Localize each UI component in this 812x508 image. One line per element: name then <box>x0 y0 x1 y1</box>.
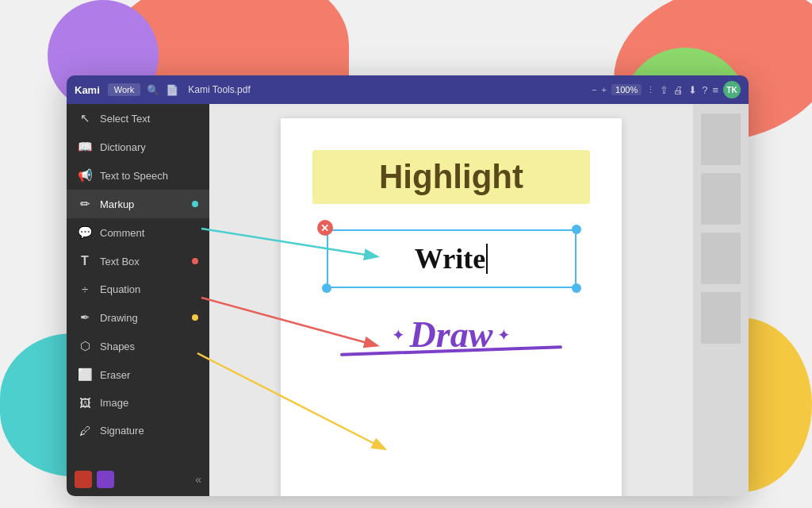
sidebar-item-equation[interactable]: ÷ Equation <box>67 275 209 303</box>
zoom-level: 100% <box>611 84 642 95</box>
zoom-controls: − + 100% ⋮ ⇧ 🖨 ⬇ ? ≡ TK <box>592 81 741 98</box>
sidebar-label-equation: Equation <box>100 283 140 295</box>
sidebar-label-select-text: Select Text <box>100 113 150 125</box>
thumbnail-2[interactable] <box>701 173 741 225</box>
sidebar-label-markup: Markup <box>100 198 134 210</box>
share-icon[interactable]: ⇧ <box>660 84 668 96</box>
sidebar-item-text-to-speech[interactable]: 📢 Text to Speech <box>67 161 209 190</box>
sidebar-item-signature[interactable]: 🖊 Signature <box>67 417 209 444</box>
thumbnail-1[interactable] <box>701 114 741 165</box>
app-logo: Kami <box>75 84 100 96</box>
text-box-icon: T <box>78 254 92 268</box>
shapes-icon: ⬡ <box>78 339 92 353</box>
print-icon[interactable]: 🖨 <box>673 84 684 96</box>
sidebar-item-shapes[interactable]: ⬡ Shapes <box>67 332 209 360</box>
sidebar-item-image[interactable]: 🖼 Image <box>67 389 209 417</box>
download-icon[interactable]: ⬇ <box>688 84 697 96</box>
sidebar-label-image: Image <box>100 397 128 409</box>
write-section: Write ✕ <box>327 229 576 288</box>
color-swatch-red[interactable] <box>75 471 92 488</box>
color-swatch-purple[interactable] <box>97 471 114 488</box>
markup-dot <box>192 201 198 207</box>
highlight-label: Highlight <box>379 158 523 195</box>
thumbnail-4[interactable] <box>701 292 741 344</box>
pdf-page: Highlight Write ✕ <box>281 118 622 496</box>
title-bar: Kami Work 🔍 📄 Kami Tools.pdf − + 100% ⋮ … <box>67 75 749 104</box>
file-icon[interactable]: 📄 <box>166 84 178 96</box>
sidebar-label-text-box: Text Box <box>100 256 140 267</box>
highlight-section: Highlight <box>312 150 590 204</box>
menu-icon[interactable]: ≡ <box>712 84 718 96</box>
zoom-out-button[interactable]: − <box>592 85 596 94</box>
dictionary-icon: 📖 <box>78 140 92 154</box>
drawing-icon: ✒ <box>78 310 92 325</box>
text-to-speech-icon: 📢 <box>78 168 92 183</box>
write-box[interactable]: Write <box>327 229 576 288</box>
app-body: ↖ Select Text 📖 Dictionary 📢 Text to Spe… <box>67 104 749 496</box>
equation-icon: ÷ <box>78 283 92 296</box>
sparkle-right: ✦ <box>497 325 511 344</box>
handle-top-right[interactable] <box>572 225 581 234</box>
user-avatar[interactable]: TK <box>723 81 741 98</box>
eraser-icon: ⬜ <box>78 368 92 382</box>
sidebar: ↖ Select Text 📖 Dictionary 📢 Text to Spe… <box>67 104 209 496</box>
textbox-dot <box>192 258 198 264</box>
filename: Kami Tools.pdf <box>188 84 251 95</box>
more-options-icon[interactable]: ⋮ <box>646 85 655 95</box>
signature-icon: 🖊 <box>78 424 92 437</box>
sidebar-item-text-box[interactable]: T Text Box <box>67 247 209 275</box>
text-cursor <box>486 244 488 274</box>
sidebar-label-signature: Signature <box>100 425 144 437</box>
drawing-dot <box>192 314 198 321</box>
sidebar-label-shapes: Shapes <box>100 341 135 352</box>
image-icon: 🖼 <box>78 396 92 410</box>
zoom-in-button[interactable]: + <box>602 85 607 94</box>
sidebar-item-markup[interactable]: ✏ Markup <box>67 190 209 218</box>
thumbnail-strip <box>693 104 749 496</box>
markup-icon: ✏ <box>78 197 92 211</box>
collapse-button[interactable]: « <box>195 473 201 486</box>
comment-icon: 💬 <box>78 225 92 240</box>
handle-bottom-right[interactable] <box>572 283 581 293</box>
sidebar-label-dictionary: Dictionary <box>100 141 146 153</box>
sidebar-label-eraser: Eraser <box>100 369 130 381</box>
sidebar-item-eraser[interactable]: ⬜ Eraser <box>67 360 209 389</box>
select-text-icon: ↖ <box>78 111 92 125</box>
sidebar-label-text-to-speech: Text to Speech <box>100 170 168 182</box>
write-label: Write <box>415 242 485 275</box>
help-icon[interactable]: ? <box>702 84 707 96</box>
sparkle-left: ✦ <box>392 325 405 344</box>
sidebar-label-comment: Comment <box>100 227 144 239</box>
sidebar-item-dictionary[interactable]: 📖 Dictionary <box>67 133 209 161</box>
sidebar-item-drawing[interactable]: ✒ Drawing <box>67 303 209 332</box>
handle-bottom-left[interactable] <box>322 283 331 293</box>
sidebar-label-drawing: Drawing <box>100 312 138 324</box>
main-content: Highlight Write ✕ <box>209 104 749 496</box>
pdf-area: Highlight Write ✕ <box>209 104 693 496</box>
thumbnail-3[interactable] <box>701 233 741 284</box>
sidebar-item-select-text[interactable]: ↖ Select Text <box>67 104 209 133</box>
sidebar-item-comment[interactable]: 💬 Comment <box>67 218 209 247</box>
sidebar-bottom: « <box>67 463 209 496</box>
tab-work[interactable]: Work <box>108 83 140 96</box>
search-icon[interactable]: 🔍 <box>147 84 159 96</box>
draw-section: ✦ Draw ✦ <box>312 314 590 352</box>
app-window: Kami Work 🔍 📄 Kami Tools.pdf − + 100% ⋮ … <box>67 75 749 496</box>
delete-button[interactable]: ✕ <box>317 220 333 236</box>
